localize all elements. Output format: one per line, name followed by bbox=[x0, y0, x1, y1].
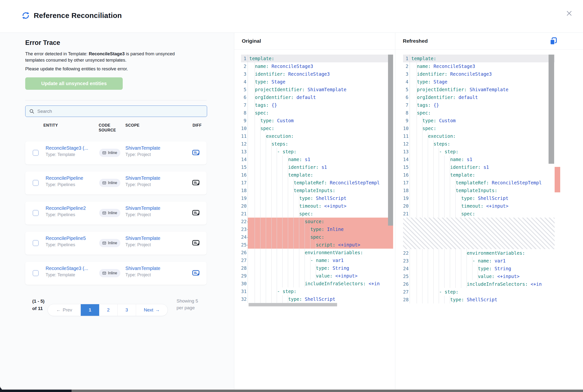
line-number: 14 bbox=[241, 156, 248, 163]
line-number: 17 bbox=[241, 179, 248, 186]
scope-link[interactable]: ShivamTemplate bbox=[125, 176, 160, 181]
entity-link[interactable]: ReconcileStage3 (... bbox=[45, 145, 88, 151]
code-line: 10spec: bbox=[241, 124, 393, 132]
page-button-3[interactable]: 3 bbox=[118, 304, 136, 316]
code-line: 9type: Custom bbox=[403, 117, 555, 124]
scope-link[interactable]: ShivamTemplate bbox=[125, 206, 160, 211]
line-number: 1 bbox=[241, 54, 248, 62]
code-source-label: Inline bbox=[108, 271, 117, 275]
line-number: 18 bbox=[403, 186, 410, 194]
line-number: 26 bbox=[403, 280, 410, 288]
modal-header: Reference Reconciliation bbox=[0, 0, 583, 33]
copy-icon[interactable] bbox=[549, 37, 558, 46]
code-line: 28type: ShellScript bbox=[403, 296, 555, 304]
line-number: 16 bbox=[241, 171, 248, 179]
code-line: 14name: s1 bbox=[403, 156, 555, 163]
entity-link[interactable]: ReconcileStage3 (... bbox=[45, 266, 88, 271]
entity-link[interactable]: ReconcilePipeline2 bbox=[45, 206, 86, 211]
column-header-diff: DIFF bbox=[193, 123, 202, 128]
backdrop-dark-strip bbox=[0, 390, 71, 392]
line-number: 9 bbox=[403, 117, 410, 124]
search-input[interactable] bbox=[34, 109, 207, 114]
line-number: 24 bbox=[241, 233, 248, 241]
deleted-lines-placeholder bbox=[403, 218, 555, 249]
scope-type: Type: Project bbox=[125, 182, 160, 187]
line-number: 13 bbox=[241, 148, 248, 156]
line-number: 3 bbox=[241, 70, 248, 78]
code-line: 7tags: {} bbox=[241, 101, 393, 109]
entity-list: ReconcileStage3 (...Type: Template Inlin… bbox=[25, 142, 207, 292]
scope-link[interactable]: ShivamTemplate bbox=[125, 236, 160, 241]
table-row: ReconcileStage3 (...Type: Template Inlin… bbox=[25, 262, 207, 285]
diff-icon[interactable] bbox=[192, 240, 200, 247]
code-line: 1template: bbox=[403, 54, 555, 62]
vertical-scrollbar-thumb[interactable] bbox=[549, 54, 554, 164]
code-line: 17templateRef: ReconcileStepTempl bbox=[403, 179, 555, 186]
line-number: 6 bbox=[241, 94, 248, 101]
vertical-scrollbar-thumb[interactable] bbox=[388, 54, 393, 226]
scope-link[interactable]: ShivamTemplate bbox=[125, 266, 160, 271]
diff-icon[interactable] bbox=[192, 179, 200, 187]
line-number: 13 bbox=[403, 148, 410, 156]
code-line: 12steps: bbox=[403, 140, 555, 148]
line-number: 5 bbox=[241, 86, 248, 94]
inline-store-icon bbox=[102, 211, 106, 215]
horizontal-scrollbar-thumb[interactable] bbox=[249, 303, 337, 306]
code-line: 24type: String bbox=[403, 265, 555, 272]
code-line: 20timeout: <+input> bbox=[403, 202, 555, 210]
update-all-unsynced-entities-button[interactable]: Update all unsynced entities bbox=[25, 78, 123, 90]
scope-link[interactable]: ShivamTemplate bbox=[125, 145, 160, 151]
row-checkbox[interactable] bbox=[33, 270, 38, 276]
code-line: 21spec: bbox=[403, 210, 555, 218]
code-line: 6orgIdentifier: default bbox=[403, 94, 555, 101]
code-line: 22environmentVariables: bbox=[403, 249, 555, 257]
row-checkbox[interactable] bbox=[33, 210, 38, 216]
code-source-label: Inline bbox=[108, 211, 117, 215]
code-line: 3identifier: ReconcileStage3 bbox=[403, 70, 555, 78]
original-title: Original bbox=[242, 38, 261, 44]
inline-store-icon bbox=[102, 151, 106, 155]
code-line: 8spec: bbox=[241, 109, 393, 117]
line-number: 7 bbox=[403, 101, 410, 109]
page-button-1[interactable]: 1 bbox=[81, 304, 99, 316]
diff-icon[interactable] bbox=[192, 209, 200, 217]
line-number: 11 bbox=[403, 132, 410, 140]
next-page-button[interactable]: Next→ bbox=[136, 304, 168, 316]
inline-store-icon bbox=[102, 271, 106, 275]
row-checkbox[interactable] bbox=[33, 150, 38, 156]
line-number: 25 bbox=[403, 272, 410, 280]
error-description: The error detected in Template: Reconcil… bbox=[25, 51, 193, 63]
code-line: 23type: Inline bbox=[241, 225, 393, 233]
line-number: 32 bbox=[241, 295, 248, 303]
entity-type: Type: Template bbox=[45, 272, 88, 278]
inline-store-icon bbox=[102, 241, 106, 245]
code-line: 15identifier: s1 bbox=[403, 163, 555, 171]
original-panel-header: Original bbox=[234, 33, 395, 50]
line-number: 5 bbox=[403, 86, 410, 94]
diff-icon[interactable] bbox=[192, 270, 200, 277]
code-line: 2name: ReconcileStage3 bbox=[241, 62, 393, 70]
line-number: 23 bbox=[403, 257, 410, 265]
entity-link[interactable]: ReconcilePipeline bbox=[45, 176, 83, 181]
code-line: 13- step: bbox=[241, 148, 393, 156]
code-line: 15identifier: s1 bbox=[241, 163, 393, 171]
code-line: 3identifier: ReconcileStage3 bbox=[241, 70, 393, 78]
error-instruction: Please update the following entities to … bbox=[25, 66, 193, 72]
code-line: 31- step: bbox=[241, 288, 393, 295]
code-line: 27- step: bbox=[403, 288, 555, 296]
line-number: 30 bbox=[241, 280, 248, 288]
diff-icon[interactable] bbox=[192, 149, 200, 157]
row-checkbox[interactable] bbox=[33, 240, 38, 246]
search-icon bbox=[29, 109, 34, 114]
page-button-2[interactable]: 2 bbox=[99, 304, 118, 316]
row-checkbox[interactable] bbox=[33, 180, 38, 186]
line-number: 12 bbox=[241, 140, 248, 148]
close-icon[interactable] bbox=[565, 9, 573, 18]
line-number: 17 bbox=[403, 179, 410, 186]
prev-page-button[interactable]: ←Prev bbox=[48, 304, 81, 316]
code-line: 26environmentVariables: bbox=[241, 249, 393, 256]
code-line: 28type: String bbox=[241, 264, 393, 272]
column-header-entity: ENTITY bbox=[43, 123, 58, 128]
code-line: 32type: ShellScript bbox=[241, 295, 393, 303]
entity-link[interactable]: ReconcilePipeline5 bbox=[45, 236, 86, 241]
